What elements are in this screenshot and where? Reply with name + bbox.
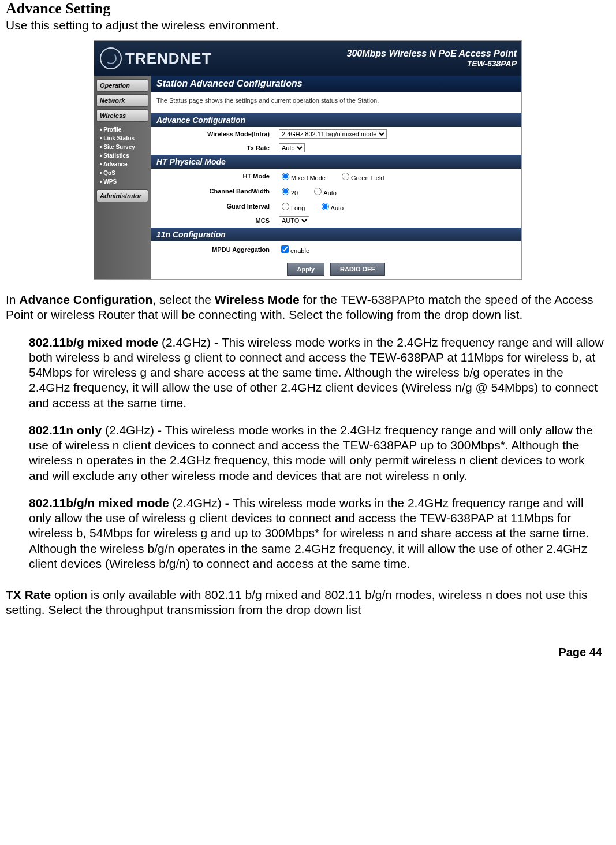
router-header: TRENDNET 300Mbps Wireless N PoE Access P… (94, 41, 521, 76)
submenu-link-status[interactable]: Link Status (100, 134, 147, 143)
content-desc: The Status page shows the settings and c… (151, 92, 521, 113)
ht-mixed-radio[interactable] (282, 173, 289, 180)
ht-green-text: Green Field (351, 174, 384, 181)
mpdu-label: MPDU Aggregation (151, 241, 275, 257)
intro-paragraph: In Advance Configuration, select the Wir… (6, 292, 610, 323)
wireless-submenu: Profile Link Status Site Survey Statisti… (94, 123, 151, 188)
cbw-auto-radio[interactable] (314, 188, 322, 195)
ht-mixed-text: Mixed Mode (291, 174, 326, 181)
product-name: 300Mbps Wireless N PoE Access Point (347, 49, 517, 59)
apply-button[interactable]: Apply (287, 263, 324, 276)
wireless-mode-select[interactable]: 2.4GHz 802.11 b/g/n mixed mode (279, 129, 387, 139)
mcs-select[interactable]: AUTO (279, 216, 309, 225)
mcs-label: MCS (151, 214, 275, 228)
gi-long-text: Long (291, 204, 305, 211)
panel-ht-mode: HT Physical Mode (151, 155, 521, 169)
page-footer: Page 44 (6, 625, 610, 664)
brand-name: TRENDNET (125, 50, 212, 68)
content-title: Station Advanced Configurations (151, 76, 521, 92)
mode-n-only: 802.11n only (2.4GHz) - This wireless mo… (29, 423, 604, 483)
mode-bgn-mixed: 802.11b/g/n mixed mode (2.4GHz) - This w… (29, 496, 604, 571)
model-number: TEW-638PAP (347, 59, 517, 68)
submenu-qos[interactable]: QoS (100, 169, 147, 177)
brand-logo-icon (100, 47, 122, 69)
panel-11n-config: 11n Configuration (151, 228, 521, 241)
router-admin-screenshot: TRENDNET 300Mbps Wireless N PoE Access P… (94, 40, 522, 280)
gi-auto-text: Auto (331, 204, 344, 211)
sidebar: Operation Network Wireless Profile Link … (94, 76, 151, 279)
gi-auto-radio[interactable] (322, 203, 329, 210)
tx-rate-paragraph: TX Rate option is only available with 80… (6, 587, 610, 618)
wireless-mode-label: Wireless Mode(Infra) (151, 127, 275, 141)
tx-rate-select[interactable]: Auto (279, 143, 305, 152)
mode-bg-mixed: 802.11b/g mixed mode (2.4GHz) - This wir… (29, 335, 604, 411)
cbw-20-radio[interactable] (282, 188, 289, 195)
cbw-20-text: 20 (291, 189, 298, 196)
tx-rate-label: Tx Rate (151, 141, 275, 155)
gi-long-radio[interactable] (282, 203, 289, 210)
doc-heading: Advance Setting (6, 0, 610, 17)
gi-label: Guard Interval (151, 199, 275, 214)
nav-operation[interactable]: Operation (96, 79, 148, 92)
radio-off-button[interactable]: RADIO OFF (330, 263, 385, 276)
ht-green-radio[interactable] (342, 173, 349, 180)
content-area: Station Advanced Configurations The Stat… (151, 76, 521, 279)
mpdu-enable-text: enable (290, 247, 309, 254)
nav-administrator[interactable]: Administrator (96, 189, 148, 202)
submenu-wps[interactable]: WPS (100, 177, 147, 186)
mpdu-enable-checkbox[interactable] (281, 245, 289, 253)
cbw-label: Channel BandWidth (151, 184, 275, 199)
submenu-advance[interactable]: Advance (100, 160, 147, 169)
ht-mode-label: HT Mode (151, 169, 275, 184)
submenu-site-survey[interactable]: Site Survey (100, 143, 147, 151)
nav-network[interactable]: Network (96, 94, 148, 107)
cbw-auto-text: Auto (323, 189, 337, 196)
submenu-statistics[interactable]: Statistics (100, 151, 147, 160)
nav-wireless[interactable]: Wireless (96, 109, 148, 122)
doc-subtitle: Use this setting to adjust the wireless … (6, 18, 610, 32)
submenu-profile[interactable]: Profile (100, 125, 147, 134)
panel-advance-config: Advance Configuration (151, 113, 521, 127)
